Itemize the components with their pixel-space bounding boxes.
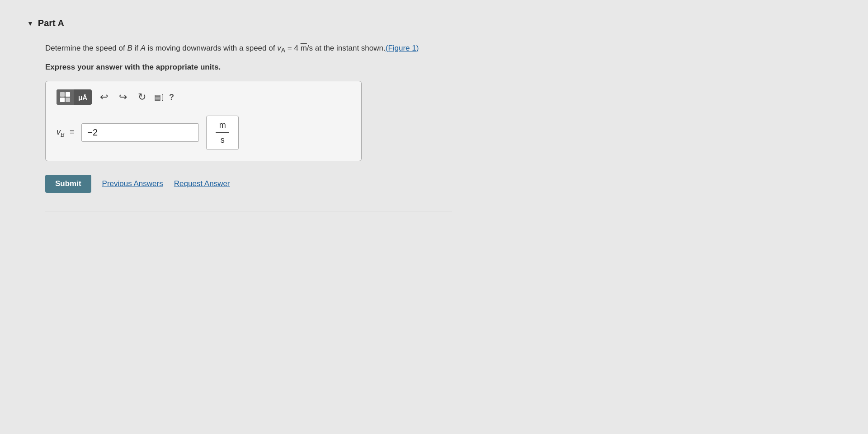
express-instruction: Express your answer with the appropriate… xyxy=(45,63,425,72)
unit-numerator: m xyxy=(219,121,226,130)
question-text-part3: is moving downwards with a speed of xyxy=(146,44,277,52)
grid-icon xyxy=(60,92,70,102)
unit-fraction: m s xyxy=(206,116,239,150)
grid-format-button[interactable] xyxy=(57,89,74,105)
answer-input-box: μÅ ↩ ↪ ↻ ▤ ] ? xyxy=(45,81,362,161)
variable-A: A xyxy=(141,44,146,52)
equation-row: vB = m s xyxy=(57,116,350,150)
question-text-part1: Determine the speed of xyxy=(45,44,127,52)
section-divider xyxy=(45,211,452,211)
v-A-symbol: v xyxy=(277,44,281,52)
figure-link[interactable]: (Figure 1) xyxy=(386,44,419,52)
question-text-part5: at the instant shown. xyxy=(313,44,386,52)
grid-cell-4 xyxy=(66,98,70,102)
grid-cell-2 xyxy=(66,92,70,97)
format-button-group: μÅ xyxy=(57,89,92,105)
snippet-icon: ▤ xyxy=(154,93,161,102)
redo-button[interactable]: ↪ xyxy=(116,90,130,104)
variable-label: vB = xyxy=(57,127,74,138)
grid-cell-3 xyxy=(60,98,65,102)
v-A-subscript: A xyxy=(281,47,285,54)
snippet-button[interactable]: ▤ ] xyxy=(154,93,164,102)
unit-s: s xyxy=(309,44,313,52)
variable-v: v xyxy=(57,127,61,136)
part-label: Part A xyxy=(38,18,64,28)
unit-denominator: s xyxy=(221,135,225,145)
equals-sign: = xyxy=(70,127,75,136)
part-header: ▼ Part A xyxy=(27,18,425,28)
help-button[interactable]: ? xyxy=(169,93,174,102)
mu-angstrom-button[interactable]: μÅ xyxy=(74,91,92,104)
previous-answers-button[interactable]: Previous Answers xyxy=(102,179,163,188)
submit-button[interactable]: Submit xyxy=(45,175,91,193)
question-text: Determine the speed of B if A is moving … xyxy=(45,42,425,56)
refresh-icon: ↻ xyxy=(138,91,146,103)
grid-cell-1 xyxy=(60,92,65,97)
redo-icon: ↪ xyxy=(119,91,127,103)
snippet-bracket: ] xyxy=(162,93,164,101)
undo-icon: ↩ xyxy=(100,91,108,103)
part-collapse-arrow[interactable]: ▼ xyxy=(27,20,33,27)
unit-m-overline: m xyxy=(301,44,307,52)
request-answer-button[interactable]: Request Answer xyxy=(174,179,230,188)
answer-input[interactable] xyxy=(81,123,199,142)
variable-B: B xyxy=(127,44,132,52)
math-toolbar: μÅ ↩ ↪ ↻ ▤ ] ? xyxy=(57,89,350,105)
unit-divider-line xyxy=(216,132,229,133)
variable-sub-B: B xyxy=(61,131,65,138)
question-text-part4: = 4 xyxy=(285,44,301,52)
mu-angstrom-label: μÅ xyxy=(78,93,87,101)
reset-button[interactable]: ↻ xyxy=(135,90,149,104)
bottom-buttons: Submit Previous Answers Request Answer xyxy=(45,175,425,193)
question-text-part2: if xyxy=(132,44,141,52)
undo-button[interactable]: ↩ xyxy=(97,90,111,104)
